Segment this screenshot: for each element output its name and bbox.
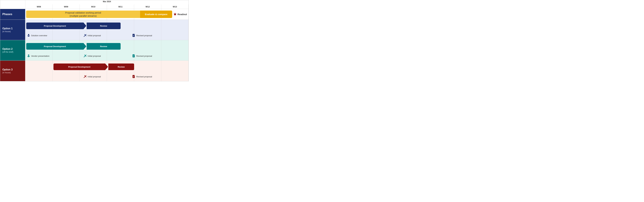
option1-milestone-revised: Revised proposal — [132, 34, 152, 37]
gantt-container: Mar 2024 W08 W09 W10 W11 W12 W13 Phases — [0, 0, 189, 81]
phases-content: Proposal validation working period (mult… — [25, 9, 188, 20]
phases-label: Phases — [2, 13, 12, 16]
phase-bar-yellow: Proposal validation working period (mult… — [26, 11, 140, 18]
doc-icon-3 — [132, 75, 136, 78]
option2-title: Option 2 — [2, 48, 25, 50]
svg-rect-12 — [28, 57, 29, 57]
option2-milestone-revised: Revised proposal — [132, 54, 152, 58]
svg-point-0 — [28, 34, 29, 35]
option1-subtitle: (in house) — [2, 30, 25, 33]
option1-initial-label: Initial proposal — [88, 34, 101, 37]
header-top: Mar 2024 — [0, 0, 188, 5]
option2-initial-label: Initial proposal — [88, 55, 101, 57]
week-w12: W12 — [134, 5, 161, 9]
svg-rect-2 — [28, 36, 29, 37]
option1-content: Proposal Development Review Solution ove… — [25, 20, 188, 40]
option2-chevron — [84, 43, 86, 50]
doc-icon — [132, 34, 136, 37]
option3-row: Option 3 (in house) Proposal Development… — [0, 61, 188, 81]
svg-rect-7 — [133, 35, 134, 35]
option1-chevron — [84, 23, 86, 29]
option2-content: Proposal Development Review Vendor prese… — [25, 40, 188, 60]
option3-content: Proposal Development Review Initial prop… — [25, 61, 188, 81]
phase-yellow-text: Proposal validation working period (mult… — [65, 11, 101, 17]
tools-icon-3 — [83, 75, 87, 78]
option2-label-cell: Option 2 (off the shelf) — [0, 40, 25, 60]
week-w09: W09 — [52, 5, 80, 9]
option3-dev-bar: Proposal Development — [54, 63, 105, 70]
tools-icon — [83, 34, 87, 37]
week-w08: W08 — [25, 5, 52, 9]
person-icon — [27, 34, 30, 37]
option2-row: Option 2 (off the shelf) Proposal Develo… — [0, 40, 188, 61]
option2-dev-bar: Proposal Development — [26, 43, 84, 50]
option3-subtitle: (in house) — [2, 71, 25, 74]
svg-rect-8 — [133, 35, 134, 36]
option1-review-bar: Review — [87, 23, 120, 29]
doc-icon-2 — [132, 54, 136, 58]
option1-title: Option 1 — [2, 27, 25, 30]
svg-rect-18 — [133, 56, 134, 56]
svg-rect-17 — [133, 55, 134, 56]
option1-arrow-bar: Proposal Development Review — [26, 23, 120, 29]
svg-rect-9 — [133, 36, 134, 36]
option1-label-cell: Option 1 (in house) — [0, 20, 25, 40]
svg-rect-25 — [133, 77, 134, 77]
week-w11: W11 — [107, 5, 134, 9]
star-icon: ★ — [174, 12, 176, 16]
option1-milestone-initial: Initial proposal — [83, 34, 101, 37]
svg-rect-24 — [133, 76, 134, 76]
svg-rect-19 — [133, 56, 134, 57]
week-w13: W13 — [161, 5, 188, 9]
phases-bar-container: Proposal validation working period (mult… — [26, 11, 188, 18]
option3-initial-label: Initial proposal — [88, 75, 101, 78]
option2-milestone-vendor: Vendor presentation — [27, 54, 49, 58]
option2-milestone-initial: Initial proposal — [83, 54, 101, 58]
readout-label: Readout — [178, 13, 187, 16]
svg-point-10 — [28, 55, 29, 56]
option3-chevron — [105, 63, 108, 70]
option1-revised-label: Revised proposal — [136, 34, 152, 37]
option3-milestone-revised: Revised proposal — [132, 75, 152, 78]
option1-dev-bar: Proposal Development — [26, 23, 84, 29]
header-weeks-area: Mar 2024 — [25, 0, 188, 5]
option3-milestone-initial: Initial proposal — [83, 75, 101, 78]
option2-review-bar: Review — [87, 43, 120, 50]
phases-label-cell: Phases — [0, 9, 25, 20]
option2-vendor-label: Vendor presentation — [31, 55, 49, 57]
option1-row: Option 1 (in house) Proposal Development — [0, 20, 188, 40]
readout-area: ★ Readout — [172, 11, 188, 18]
week-headers: W08 W09 W10 W11 W12 W13 — [0, 5, 188, 9]
option2-arrow-bar: Proposal Development Review — [26, 43, 120, 50]
option2-revised-label: Revised proposal — [136, 55, 152, 57]
option3-revised-label: Revised proposal — [136, 75, 152, 78]
option2-subtitle: (off the shelf) — [2, 51, 25, 53]
option3-title: Option 3 — [2, 68, 25, 71]
option3-label-cell: Option 3 (in house) — [0, 61, 25, 81]
svg-rect-26 — [133, 77, 134, 77]
mar2024-label: Mar 2024 — [25, 1, 188, 3]
svg-rect-1 — [27, 36, 30, 36]
tools-icon-2 — [83, 54, 87, 58]
person-icon-2 — [27, 54, 30, 58]
phase-bar-gold: Evaluate & compare — [140, 11, 172, 18]
svg-rect-11 — [27, 56, 30, 57]
option1-solution-label: Solution overview — [31, 34, 47, 37]
week-w10: W10 — [80, 5, 107, 9]
option3-review-bar: Review — [108, 63, 134, 70]
option3-arrow-bar: Proposal Development Review — [54, 63, 134, 70]
week-header-spacer — [0, 5, 25, 9]
header-top-spacer — [0, 0, 25, 5]
phases-row: Phases Proposal validation working perio… — [0, 9, 188, 20]
option1-milestone-solution: Solution overview — [27, 34, 47, 37]
